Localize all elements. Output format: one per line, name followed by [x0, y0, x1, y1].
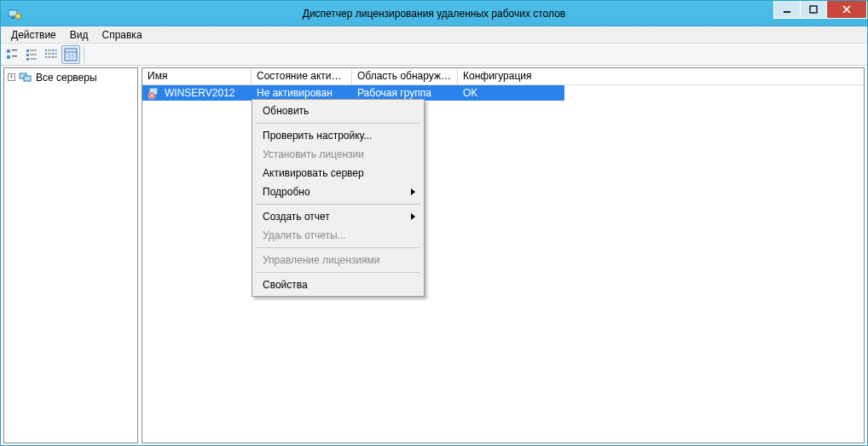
ctx-separator [256, 204, 420, 205]
servers-icon [19, 71, 32, 84]
ctx-create-report[interactable]: Создать отчет [254, 207, 422, 226]
svg-rect-26 [55, 56, 57, 57]
row-activation-state: Не активирован [252, 87, 352, 99]
ctx-refresh-label: Обновить [263, 105, 309, 117]
tree-pane[interactable]: + Все серверы [3, 67, 138, 443]
expand-glyph-icon[interactable]: + [8, 73, 15, 81]
col-activation-state[interactable]: Состояние актива... [252, 68, 352, 84]
svg-rect-22 [55, 53, 57, 54]
ctx-separator [256, 272, 420, 273]
svg-rect-11 [26, 54, 29, 56]
row-name: WINSERV2012 [165, 87, 234, 99]
app-icon [8, 7, 21, 20]
ctx-review-configuration[interactable]: Проверить настройку... [254, 126, 422, 145]
list-header: Имя Состояние актива... Область обнаруже… [142, 68, 864, 85]
svg-rect-34 [24, 76, 31, 81]
menubar: Действие Вид Справка [1, 26, 867, 43]
svg-rect-25 [52, 56, 54, 58]
col-configuration[interactable]: Конфигурация [458, 68, 560, 84]
tree-root-label: Все серверы [36, 72, 97, 84]
svg-rect-4 [810, 6, 817, 13]
svg-point-2 [15, 14, 20, 19]
ctx-activate-server-label: Активировать сервер [263, 167, 364, 179]
ctx-advanced-label: Подробно [263, 186, 310, 198]
svg-rect-9 [26, 49, 29, 52]
menu-action[interactable]: Действие [4, 27, 63, 43]
submenu-arrow-icon [411, 188, 415, 195]
col-discovery-scope[interactable]: Область обнаруже... [352, 68, 458, 84]
ctx-install-licenses-label: Установить лицензии [263, 148, 364, 160]
svg-rect-10 [30, 49, 37, 50]
tool-view2-icon[interactable] [22, 45, 41, 64]
ctx-properties-label: Свойства [263, 279, 308, 291]
svg-rect-8 [12, 55, 17, 57]
svg-rect-17 [52, 49, 54, 51]
tool-view1-icon[interactable] [3, 45, 21, 64]
menu-view[interactable]: Вид [63, 27, 95, 43]
svg-rect-13 [26, 58, 29, 61]
col-name[interactable]: Имя [142, 68, 252, 84]
ctx-create-report-label: Создать отчет [263, 211, 330, 223]
context-menu: Обновить Проверить настройку... Установи… [252, 99, 425, 297]
ctx-review-configuration-label: Проверить настройку... [263, 130, 372, 142]
ctx-install-licenses: Установить лицензии [254, 145, 422, 164]
svg-rect-3 [784, 11, 790, 13]
submenu-arrow-icon [411, 213, 415, 220]
maximize-button[interactable] [800, 1, 827, 19]
svg-rect-20 [48, 53, 51, 54]
svg-rect-15 [45, 49, 47, 51]
ctx-delete-reports: Удалить отчеты... [254, 226, 422, 245]
svg-rect-21 [52, 53, 54, 55]
server-error-icon [148, 86, 161, 100]
client-area: + Все серверы Имя Состояние актива... Об… [1, 66, 867, 445]
row-configuration: OK [458, 87, 560, 99]
svg-rect-12 [30, 54, 37, 55]
minimize-button[interactable] [773, 1, 801, 19]
ctx-separator [256, 247, 420, 248]
menu-help[interactable]: Справка [95, 27, 148, 43]
svg-rect-14 [30, 58, 37, 59]
toolbar [1, 43, 867, 66]
window-title: Диспетчер лицензирования удаленных рабоч… [1, 8, 867, 20]
toolbar-separator [84, 46, 84, 63]
svg-rect-16 [48, 49, 51, 50]
svg-rect-5 [7, 49, 10, 53]
svg-rect-18 [55, 49, 57, 50]
ctx-advanced[interactable]: Подробно [254, 182, 422, 201]
titlebar: Диспетчер лицензирования удаленных рабоч… [1, 1, 867, 26]
tree-root-row[interactable]: + Все серверы [4, 70, 137, 84]
svg-rect-7 [7, 55, 10, 59]
row-discovery-scope: Рабочая группа [352, 87, 458, 99]
svg-rect-23 [45, 56, 47, 58]
svg-rect-24 [48, 56, 51, 57]
caption-buttons [774, 1, 867, 20]
ctx-manage-licenses: Управление лицензиями [254, 251, 422, 269]
svg-rect-6 [12, 49, 17, 51]
ctx-separator [256, 123, 420, 124]
tool-view4-icon[interactable] [61, 45, 80, 64]
ctx-refresh[interactable]: Обновить [254, 101, 422, 120]
ctx-activate-server[interactable]: Активировать сервер [254, 164, 422, 182]
list-pane[interactable]: Имя Состояние актива... Область обнаруже… [142, 67, 865, 443]
ctx-manage-licenses-label: Управление лицензиями [263, 254, 379, 266]
app-window: Диспетчер лицензирования удаленных рабоч… [0, 0, 868, 446]
tool-view3-icon[interactable] [42, 45, 61, 64]
ctx-properties[interactable]: Свойства [254, 275, 422, 294]
ctx-delete-reports-label: Удалить отчеты... [263, 229, 346, 241]
svg-rect-19 [45, 53, 47, 55]
svg-rect-1 [11, 17, 14, 19]
close-button[interactable] [826, 1, 867, 19]
